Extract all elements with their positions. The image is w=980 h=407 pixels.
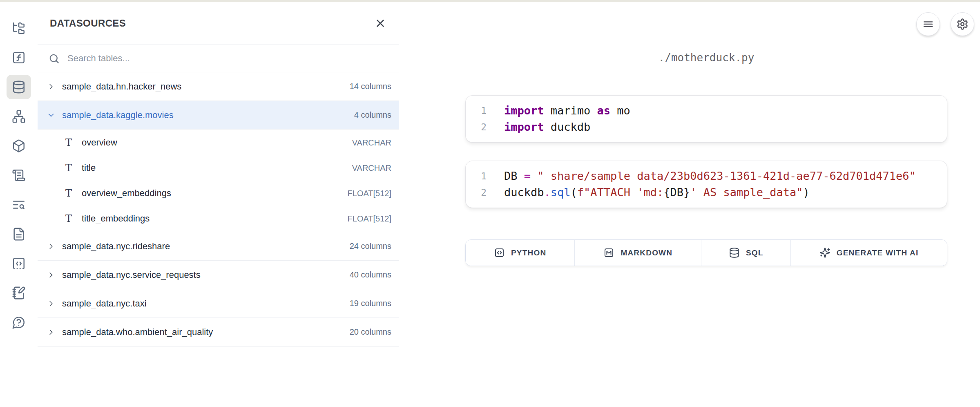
notebook-topbar: [916, 12, 974, 36]
cells-container: 1import marimo as mo2import duckdb1DB = …: [465, 95, 947, 208]
table-column-count: 20 columns: [350, 327, 391, 337]
rail-button-folder-tree[interactable]: [7, 16, 31, 40]
table-column-count: 4 columns: [354, 110, 391, 120]
markdown-square-icon: [603, 247, 614, 258]
panel-title: DATASOURCES: [50, 18, 126, 29]
column-row[interactable]: TtitleVARCHAR: [38, 155, 399, 181]
rail-button-snippets-code[interactable]: [7, 251, 31, 276]
table-column-count: 19 columns: [350, 299, 391, 308]
table-search-row: [38, 45, 399, 72]
column-type-text-icon: T: [64, 188, 74, 199]
datasources-panel-header: DATASOURCES: [38, 2, 399, 45]
add-cell-python-button[interactable]: PYTHON: [466, 240, 575, 266]
column-name: overview_embeddings: [82, 188, 171, 199]
rail-button-database[interactable]: [7, 75, 31, 99]
close-panel-button[interactable]: [374, 17, 386, 29]
chevron-right-icon: [47, 271, 56, 280]
chevron-right-icon: [47, 328, 56, 337]
dependency-graph-icon: [12, 110, 26, 123]
database-icon: [12, 80, 26, 94]
table-list: sample_data.hn.hacker_news14 columnssamp…: [38, 72, 399, 407]
line-number: 1: [466, 168, 495, 184]
column-datatype: FLOAT[512]: [348, 214, 391, 224]
column-datatype: VARCHAR: [352, 163, 391, 173]
add-cell-button-label: MARKDOWN: [621, 248, 672, 257]
close-icon: [374, 17, 386, 29]
code-line: 1import marimo as mo: [466, 103, 947, 119]
notebook-menu-button[interactable]: [916, 12, 940, 36]
table-row[interactable]: sample_data.kaggle.movies4 columns: [38, 101, 399, 130]
column-datatype: FLOAT[512]: [348, 189, 391, 198]
code-text: DB = "_share/sample_data/23b0d623-1361-4…: [495, 168, 916, 184]
add-cell-markdown-button[interactable]: MARKDOWN: [575, 240, 701, 266]
add-cell-sql-button[interactable]: SQL: [701, 240, 791, 266]
table-column-count: 40 columns: [350, 270, 391, 280]
table-row[interactable]: sample_data.nyc.service_requests40 colum…: [38, 261, 399, 289]
notebook-content-column: ./motherduck.py 1import marimo as mo2imp…: [465, 51, 947, 266]
rail-button-notebook-pen[interactable]: [7, 281, 31, 305]
column-type-text-icon: T: [64, 162, 74, 174]
code-square-icon: [494, 247, 505, 258]
column-row[interactable]: Toverview_embeddingsFLOAT[512]: [38, 181, 399, 206]
sparkles-icon: [819, 247, 830, 258]
database-icon: [729, 247, 740, 258]
line-number: 2: [466, 119, 495, 135]
chevron-right-icon: [47, 242, 56, 251]
table-column-count: 24 columns: [350, 242, 391, 251]
add-cell-generate-with-ai-button[interactable]: GENERATE WITH AI: [791, 240, 947, 266]
chevron-right-icon: [47, 299, 56, 308]
rail-button-file-text[interactable]: [7, 222, 31, 246]
text-search-icon: [12, 198, 26, 212]
code-line: 1DB = "_share/sample_data/23b0d623-1361-…: [466, 168, 947, 184]
chevron-right-icon: [47, 82, 56, 91]
function-square-icon: [12, 51, 26, 65]
snippets-code-icon: [12, 257, 26, 271]
datasources-panel: DATASOURCES sample_data.hn.hacker_news14…: [38, 2, 399, 407]
table-name: sample_data.who.ambient_air_quality: [62, 327, 213, 338]
table-row[interactable]: sample_data.nyc.taxi19 columns: [38, 289, 399, 318]
table-row[interactable]: sample_data.hn.hacker_news14 columns: [38, 72, 399, 101]
table-row[interactable]: sample_data.nyc.rideshare24 columns: [38, 232, 399, 261]
logs-scroll-icon: [12, 168, 26, 182]
rail-button-function-square[interactable]: [7, 45, 31, 70]
column-datatype: VARCHAR: [352, 138, 391, 148]
app-root: DATASOURCES sample_data.hn.hacker_news14…: [0, 2, 980, 407]
search-input[interactable]: [67, 53, 388, 64]
table-column-count: 14 columns: [350, 82, 391, 91]
add-cell-button-label: PYTHON: [511, 248, 546, 257]
rail-button-logs-scroll[interactable]: [7, 163, 31, 188]
notebook-filename: ./motherduck.py: [465, 51, 947, 64]
chevron-down-icon: [47, 111, 56, 120]
line-number: 1: [466, 103, 495, 119]
code-text: import duckdb: [495, 119, 590, 135]
add-cell-button-row: PYTHONMARKDOWNSQLGENERATE WITH AI: [465, 239, 947, 266]
package-icon: [12, 139, 26, 153]
notebook-pen-icon: [12, 286, 26, 300]
gear-icon: [956, 18, 969, 30]
settings-button[interactable]: [951, 12, 974, 36]
rail-button-text-search[interactable]: [7, 192, 31, 217]
table-name: sample_data.nyc.rideshare: [62, 241, 170, 252]
rail-button-package[interactable]: [7, 134, 31, 158]
rail-button-help-chat[interactable]: [7, 310, 31, 335]
file-text-icon: [12, 227, 26, 241]
table-name: sample_data.kaggle.movies: [62, 110, 174, 121]
code-cell-editor[interactable]: 1import marimo as mo2import duckdb: [465, 95, 947, 143]
table-row[interactable]: sample_data.who.ambient_air_quality20 co…: [38, 318, 399, 347]
search-icon: [48, 53, 60, 65]
code-line: 2import duckdb: [466, 119, 947, 135]
column-row[interactable]: Ttitle_embeddingsFLOAT[512]: [38, 206, 399, 231]
column-group: ToverviewVARCHARTtitleVARCHARToverview_e…: [38, 130, 399, 232]
column-type-text-icon: T: [64, 137, 74, 148]
column-name: title_embeddings: [82, 213, 150, 224]
hamburger-menu-icon: [922, 18, 934, 30]
left-icon-rail: [0, 2, 38, 407]
code-line: 2duckdb.sql(f"ATTACH 'md:{DB}' AS sample…: [466, 184, 947, 201]
column-row[interactable]: ToverviewVARCHAR: [38, 130, 399, 155]
rail-button-dependency-graph[interactable]: [7, 104, 31, 129]
table-name: sample_data.nyc.taxi: [62, 298, 147, 309]
column-name: title: [82, 163, 96, 173]
code-cell-editor[interactable]: 1DB = "_share/sample_data/23b0d623-1361-…: [465, 161, 947, 208]
table-name: sample_data.hn.hacker_news: [62, 81, 181, 92]
notebook-main: ./motherduck.py 1import marimo as mo2imp…: [399, 2, 980, 407]
